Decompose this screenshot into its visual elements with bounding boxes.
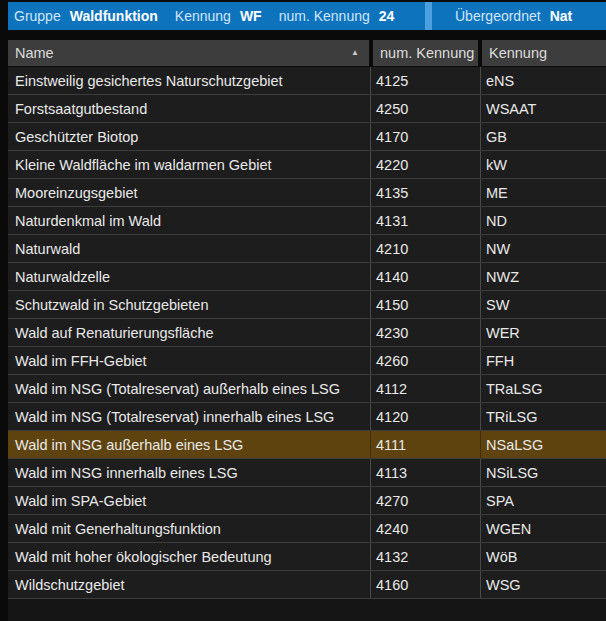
cell-num-kennung[interactable]: 4140: [371, 263, 481, 290]
cell-name[interactable]: Wald im NSG innerhalb eines LSG: [8, 459, 371, 486]
cell-num-kennung[interactable]: 4125: [371, 67, 481, 94]
table-row[interactable]: Wald im NSG (Totalreservat) außerhalb ei…: [8, 375, 606, 403]
cell-num-kennung[interactable]: 4230: [371, 319, 481, 346]
table-row[interactable]: Einstweilig gesichertes Naturschutzgebie…: [8, 67, 606, 95]
cell-num-kennung[interactable]: 4112: [371, 375, 481, 402]
cell-kennung[interactable]: NWZ: [481, 263, 606, 290]
cell-kennung[interactable]: GB: [481, 123, 606, 150]
cell-name[interactable]: Wald im NSG (Totalreservat) innerhalb ei…: [8, 403, 371, 430]
table-row[interactable]: Wald mit hoher ökologischer Bedeutung 41…: [8, 543, 606, 571]
table-row[interactable]: Naturwaldzelle 4140 NWZ: [8, 263, 606, 291]
cell-kennung[interactable]: TRaLSG: [481, 375, 606, 402]
table-row[interactable]: Wald im NSG außerhalb eines LSG 4111 NSa…: [8, 431, 606, 459]
cell-num-kennung[interactable]: 4113: [371, 459, 481, 486]
cell-name[interactable]: Wald im FFH-Gebiet: [8, 347, 371, 374]
cell-name[interactable]: Schutzwald in Schutzgebieten: [8, 291, 371, 318]
cell-name[interactable]: Mooreinzugsgebiet: [8, 179, 371, 206]
cell-num-kennung[interactable]: 4250: [371, 95, 481, 122]
cell-name[interactable]: Wald mit hoher ökologischer Bedeutung: [8, 543, 371, 570]
cell-kennung[interactable]: SW: [481, 291, 606, 318]
table-row[interactable]: Wald mit Generhaltungsfunktion 4240 WGEN: [8, 515, 606, 543]
group-value: Waldfunktion: [70, 8, 158, 24]
cell-name[interactable]: Naturdenkmal im Wald: [8, 207, 371, 234]
table-row[interactable]: Naturwald 4210 NW: [8, 235, 606, 263]
cell-num-kennung[interactable]: 4150: [371, 291, 481, 318]
num-kennung-value: 24: [379, 8, 395, 24]
uebergeordnet-value: Nat: [550, 8, 573, 24]
cell-num-kennung[interactable]: 4210: [371, 235, 481, 262]
num-kennung-label: num. Kennung: [279, 8, 370, 24]
sort-ascending-icon[interactable]: ▲: [351, 49, 359, 57]
cell-kennung[interactable]: WSAAT: [481, 95, 606, 122]
cell-kennung[interactable]: TRiLSG: [481, 403, 606, 430]
cell-kennung[interactable]: ME: [481, 179, 606, 206]
table-row[interactable]: Wald im NSG innerhalb eines LSG 4113 NSi…: [8, 459, 606, 487]
cell-num-kennung[interactable]: 4160: [371, 571, 481, 598]
cell-name[interactable]: Einstweilig gesichertes Naturschutzgebie…: [8, 67, 371, 94]
cell-kennung[interactable]: NW: [481, 235, 606, 262]
kennung-label: Kennung: [175, 8, 231, 24]
table-empty-area: [8, 599, 606, 621]
cell-num-kennung[interactable]: 4111: [371, 431, 481, 458]
column-header-name-label: Name: [15, 45, 54, 61]
cell-kennung[interactable]: NSaLSG: [481, 431, 606, 458]
cell-kennung[interactable]: NSiLSG: [481, 459, 606, 486]
table-row[interactable]: Wald auf Renaturierungsfläche 4230 WER: [8, 319, 606, 347]
cell-kennung[interactable]: SPA: [481, 487, 606, 514]
column-header-kennung-label: Kennung: [489, 45, 547, 61]
table-row[interactable]: Forstsaatgutbestand 4250 WSAAT: [8, 95, 606, 123]
column-header-name[interactable]: Name ▲: [8, 40, 369, 66]
cell-num-kennung[interactable]: 4260: [371, 347, 481, 374]
table-row[interactable]: Wald im SPA-Gebiet 4270 SPA: [8, 487, 606, 515]
cell-name[interactable]: Wald im NSG außerhalb eines LSG: [8, 431, 371, 458]
cell-num-kennung[interactable]: 4220: [371, 151, 481, 178]
table-row[interactable]: Kleine Waldfläche im waldarmen Gebiet 42…: [8, 151, 606, 179]
cell-num-kennung[interactable]: 4120: [371, 403, 481, 430]
column-header-kennung[interactable]: Kennung: [482, 40, 606, 66]
cell-name[interactable]: Wald im NSG (Totalreservat) außerhalb ei…: [8, 375, 371, 402]
uebergeordnet-label: Übergeordnet: [455, 8, 541, 24]
cell-name[interactable]: Wildschutzgebiet: [8, 571, 371, 598]
table-body: Einstweilig gesichertes Naturschutzgebie…: [8, 67, 606, 599]
table-row[interactable]: Wald im NSG (Totalreservat) innerhalb ei…: [8, 403, 606, 431]
cell-name[interactable]: Geschützter Biotop: [8, 123, 371, 150]
cell-kennung[interactable]: WER: [481, 319, 606, 346]
table-row[interactable]: Naturdenkmal im Wald 4131 ND: [8, 207, 606, 235]
cell-kennung[interactable]: kW: [481, 151, 606, 178]
cell-name[interactable]: Kleine Waldfläche im waldarmen Gebiet: [8, 151, 371, 178]
cell-name[interactable]: Wald mit Generhaltungsfunktion: [8, 515, 371, 542]
column-header-num-kennung[interactable]: num. Kennung: [373, 40, 478, 66]
table-row[interactable]: Wald im FFH-Gebiet 4260 FFH: [8, 347, 606, 375]
cell-num-kennung[interactable]: 4135: [371, 179, 481, 206]
table-header-row: Name ▲ num. Kennung Kennung: [8, 40, 606, 66]
cell-num-kennung[interactable]: 4132: [371, 543, 481, 570]
cell-num-kennung[interactable]: 4270: [371, 487, 481, 514]
cell-kennung[interactable]: WSG: [481, 571, 606, 598]
table-row[interactable]: Schutzwald in Schutzgebieten 4150 SW: [8, 291, 606, 319]
kennung-value: WF: [240, 8, 262, 24]
cell-kennung[interactable]: eNS: [481, 67, 606, 94]
cell-name[interactable]: Wald auf Renaturierungsfläche: [8, 319, 371, 346]
table-row[interactable]: Geschützter Biotop 4170 GB: [8, 123, 606, 151]
forest-function-table: Name ▲ num. Kennung Kennung Einstweilig …: [8, 40, 606, 621]
cell-name[interactable]: Naturwaldzelle: [8, 263, 371, 290]
cell-kennung[interactable]: ND: [481, 207, 606, 234]
topbar-divider: [425, 2, 432, 30]
column-header-num-kennung-label: num. Kennung: [380, 45, 474, 61]
cell-num-kennung[interactable]: 4170: [371, 123, 481, 150]
cell-name[interactable]: Forstsaatgutbestand: [8, 95, 371, 122]
group-info-bar: Gruppe Waldfunktion Kennung WF num. Kenn…: [8, 2, 606, 30]
table-row[interactable]: Wildschutzgebiet 4160 WSG: [8, 571, 606, 599]
cell-name[interactable]: Wald im SPA-Gebiet: [8, 487, 371, 514]
table-row[interactable]: Mooreinzugsgebiet 4135 ME: [8, 179, 606, 207]
cell-num-kennung[interactable]: 4131: [371, 207, 481, 234]
parent-group-field: Übergeordnet Nat: [455, 2, 589, 30]
group-label: Gruppe: [14, 8, 61, 24]
cell-name[interactable]: Naturwald: [8, 235, 371, 262]
cell-num-kennung[interactable]: 4240: [371, 515, 481, 542]
cell-kennung[interactable]: FFH: [481, 347, 606, 374]
cell-kennung[interactable]: WöB: [481, 543, 606, 570]
cell-kennung[interactable]: WGEN: [481, 515, 606, 542]
